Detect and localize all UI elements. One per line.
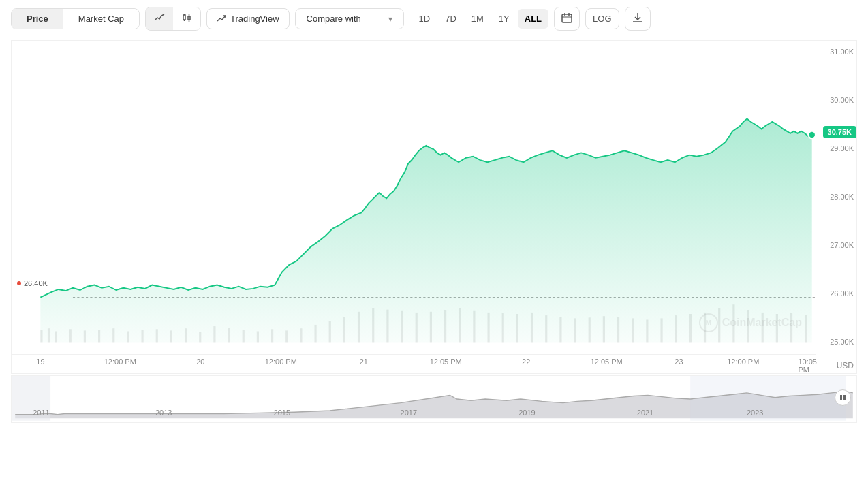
x-label-19: 19 [36, 357, 44, 366]
svg-rect-3 [188, 16, 190, 20]
download-btn[interactable] [625, 7, 651, 31]
timeframe-1d[interactable]: 1D [412, 9, 437, 29]
y-label-29k: 29.00K [820, 144, 854, 153]
y-label-27k: 27.00K [820, 241, 854, 249]
mini-chart[interactable]: 2011 2013 2015 2017 2019 2021 2023 [11, 375, 857, 423]
mini-x-2015: 2015 [274, 409, 290, 417]
mini-x-2011: 2011 [33, 409, 49, 417]
start-price-value: 26.40K [24, 279, 48, 287]
y-label-26k: 26.00K [820, 289, 854, 298]
download-icon [632, 12, 643, 23]
tradingview-icon [217, 14, 226, 24]
mini-x-2019: 2019 [518, 409, 535, 417]
mini-x-axis: 2011 2013 2015 2017 2019 2021 2023 [12, 409, 856, 419]
timeframe-1m[interactable]: 1M [465, 9, 491, 29]
x-axis: 19 12:00 PM 20 12:00 PM 21 12:05 PM 22 1… [12, 354, 816, 373]
watermark: M CoinMarketCap [699, 313, 802, 332]
x-label-1200pm-1: 12:00 PM [104, 357, 136, 366]
x-label-22: 22 [522, 357, 530, 366]
x-label-1200pm-2: 12:00 PM [265, 357, 297, 366]
svg-rect-0 [183, 15, 185, 20]
x-label-23: 23 [675, 357, 683, 366]
current-price-badge: 30.75K [823, 126, 856, 138]
x-label-1005pm: 10:05 PM [798, 357, 817, 374]
mini-x-2017: 2017 [401, 409, 417, 417]
main-chart[interactable]: 26.40K 19 12:00 PM 20 12:00 PM 21 12:05 … [11, 40, 857, 374]
currency-label: USD [837, 361, 854, 370]
log-btn[interactable]: LOG [585, 8, 619, 29]
line-chart-btn[interactable] [146, 7, 173, 30]
calendar-icon [561, 12, 572, 23]
chart-container: 26.40K 19 12:00 PM 20 12:00 PM 21 12:05 … [11, 40, 857, 423]
svg-rect-73 [840, 395, 842, 400]
mini-x-2013: 2013 [155, 409, 172, 417]
mini-x-2023: 2023 [747, 409, 763, 417]
y-label-31k: 31.00K [820, 48, 854, 56]
compare-dropdown[interactable]: Compare with ▾ [295, 8, 404, 29]
market-cap-tab[interactable]: Market Cap [63, 9, 139, 29]
y-label-30k: 30.00K [820, 96, 854, 104]
compare-label: Compare with [307, 14, 361, 24]
x-label-21: 21 [360, 357, 368, 366]
line-chart-icon [154, 12, 165, 23]
y-label-25k: 25.00K [820, 338, 854, 346]
timeframe-group: 1D 7D 1M 1Y ALL [412, 9, 549, 29]
chart-area: 26.40K 19 12:00 PM 20 12:00 PM 21 12:05 … [12, 41, 816, 373]
watermark-text: CoinMarketCap [722, 317, 802, 329]
mini-x-2021: 2021 [637, 409, 653, 417]
price-dot [17, 281, 21, 285]
pause-btn[interactable] [835, 389, 851, 406]
chart-type-group [145, 7, 201, 31]
pause-icon [839, 394, 846, 401]
candle-chart-icon [181, 12, 192, 23]
y-label-28k: 28.00K [820, 193, 854, 201]
price-marketcap-group: Price Market Cap [11, 8, 140, 29]
x-label-1205pm-2: 12:05 PM [591, 357, 623, 366]
timeframe-7d[interactable]: 7D [438, 9, 463, 29]
y-axis: 31.00K 30.00K 29.00K 28.00K 27.00K 26.00… [817, 41, 856, 373]
x-label-20: 20 [196, 357, 204, 366]
chevron-down-icon: ▾ [388, 14, 392, 24]
x-label-1200pm-3: 12:00 PM [727, 357, 759, 366]
cmc-logo-icon: M [699, 313, 718, 332]
x-label-1205pm-1: 12:05 PM [430, 357, 462, 366]
start-price-label: 26.40K [17, 279, 48, 287]
tradingview-label: TradingView [230, 14, 279, 24]
svg-text:M: M [705, 319, 711, 327]
timeframe-all[interactable]: ALL [518, 9, 548, 29]
svg-rect-74 [843, 395, 846, 400]
timeframe-1y[interactable]: 1Y [492, 9, 516, 29]
price-tab[interactable]: Price [12, 9, 63, 29]
calendar-btn[interactable] [554, 7, 580, 31]
tradingview-btn[interactable]: TradingView [206, 8, 290, 29]
svg-rect-6 [562, 14, 572, 22]
svg-point-68 [808, 131, 816, 139]
price-chart-svg [12, 41, 816, 373]
candle-chart-btn[interactable] [173, 7, 200, 30]
toolbar: Price Market Cap TradingView [0, 0, 868, 37]
